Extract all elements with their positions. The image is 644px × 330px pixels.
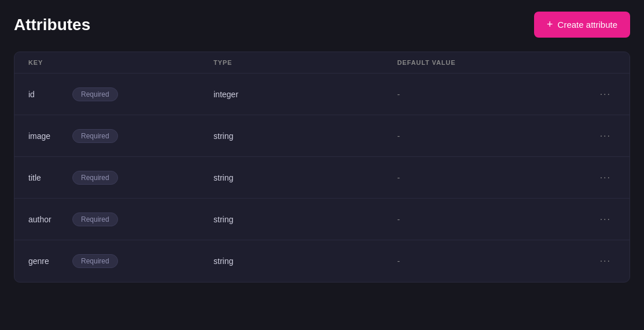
attribute-default: - xyxy=(398,131,582,141)
attributes-table: KEY TYPE DEFAULT VALUE id Required integ… xyxy=(14,52,630,283)
col-header-type: TYPE xyxy=(214,59,398,66)
required-badge: Required xyxy=(72,254,118,268)
attribute-key: id xyxy=(28,90,63,99)
table-row: id Required integer - ··· xyxy=(14,74,630,115)
table-header: KEY TYPE DEFAULT VALUE xyxy=(14,52,630,74)
attribute-type: string xyxy=(214,215,398,224)
key-cell: genre Required xyxy=(28,254,214,268)
row-actions-button[interactable]: ··· xyxy=(595,129,616,144)
attribute-default: - xyxy=(398,173,582,182)
actions-cell: ··· xyxy=(581,212,616,227)
required-badge: Required xyxy=(72,171,118,185)
table-row: title Required string - ··· xyxy=(14,157,630,199)
row-actions-button[interactable]: ··· xyxy=(595,254,616,269)
table-row: author Required string - ··· xyxy=(14,199,630,240)
required-badge: Required xyxy=(72,129,118,143)
create-attribute-button[interactable]: + Create attribute xyxy=(534,12,630,38)
attribute-default: - xyxy=(398,215,582,224)
actions-cell: ··· xyxy=(581,170,616,185)
plus-icon: + xyxy=(547,19,553,31)
col-header-actions xyxy=(581,59,616,66)
attribute-key: author xyxy=(28,215,63,224)
key-cell: image Required xyxy=(28,129,214,143)
required-badge: Required xyxy=(72,87,118,101)
table-row: genre Required string - ··· xyxy=(14,240,630,282)
row-actions-button[interactable]: ··· xyxy=(595,170,616,185)
required-badge: Required xyxy=(72,212,118,226)
actions-cell: ··· xyxy=(581,254,616,269)
col-header-default-value: DEFAULT VALUE xyxy=(398,59,582,66)
table-row: image Required string - ··· xyxy=(14,115,630,157)
row-actions-button[interactable]: ··· xyxy=(595,87,616,102)
create-button-label: Create attribute xyxy=(558,20,617,30)
attribute-default: - xyxy=(398,256,582,266)
key-cell: title Required xyxy=(28,171,214,185)
page-wrapper: Attributes + Create attribute KEY TYPE D… xyxy=(0,0,644,330)
key-cell: id Required xyxy=(28,87,214,101)
header: Attributes + Create attribute xyxy=(14,12,630,38)
attribute-type: integer xyxy=(214,90,398,99)
row-actions-button[interactable]: ··· xyxy=(595,212,616,227)
col-header-key: KEY xyxy=(28,59,214,66)
key-cell: author Required xyxy=(28,212,214,226)
attribute-type: string xyxy=(214,173,398,182)
attribute-type: string xyxy=(214,256,398,266)
attribute-key: genre xyxy=(28,256,63,266)
actions-cell: ··· xyxy=(581,129,616,144)
page-title: Attributes xyxy=(14,16,90,34)
attribute-default: - xyxy=(398,90,582,99)
attribute-key: title xyxy=(28,173,63,182)
actions-cell: ··· xyxy=(581,87,616,102)
attribute-key: image xyxy=(28,131,63,141)
attribute-type: string xyxy=(214,131,398,141)
